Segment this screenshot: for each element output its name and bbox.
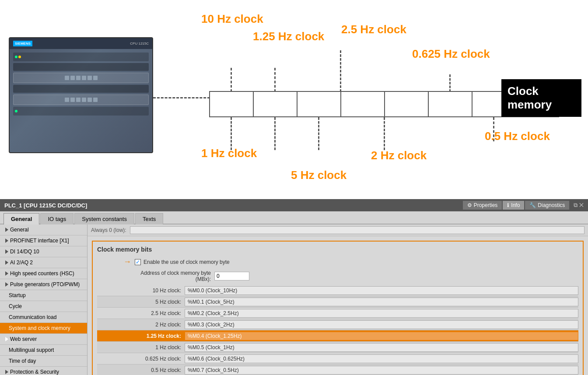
triangle-icon bbox=[5, 238, 8, 243]
sidebar-item-ai[interactable]: AI 2/AQ 2 bbox=[0, 257, 87, 268]
clock-data-rows: 10 Hz clock: %M0.0 (Clock_10Hz) 5 Hz clo… bbox=[97, 285, 578, 375]
memory-cell-1 bbox=[253, 91, 297, 117]
data-label-5hz: 5 Hz clock: bbox=[97, 299, 185, 305]
bottom-panel: PLC_1 [CPU 1215C DC/DC/DC] ⚙ Properties … bbox=[0, 199, 588, 375]
sidebar-item-time[interactable]: Time of day bbox=[0, 356, 87, 367]
always-value-bar bbox=[130, 226, 584, 234]
data-label-1hz: 1 Hz clock: bbox=[97, 344, 185, 350]
plc-port-4 bbox=[82, 76, 86, 80]
label-10hz: 10 Hz clock bbox=[201, 12, 263, 26]
memory-cell-2 bbox=[297, 91, 340, 117]
sidebar-item-general[interactable]: General bbox=[0, 224, 87, 235]
diagnostics-button[interactable]: 🔧 Diagnostics bbox=[525, 201, 569, 210]
plc-row-2 bbox=[13, 107, 149, 116]
sidebar-item-di[interactable]: DI 14/DQ 10 bbox=[0, 246, 87, 257]
plc-port-7 bbox=[65, 98, 69, 102]
sidebar-label-profinet: PROFINET interface [X1] bbox=[10, 238, 69, 244]
sidebar-item-cycle[interactable]: Cycle bbox=[0, 301, 87, 312]
sidebar-item-pulse[interactable]: Pulse generators (PTO/PWM) bbox=[0, 279, 87, 290]
plc-port-3 bbox=[76, 76, 80, 80]
plc-port-8 bbox=[70, 98, 75, 102]
clock-bits-title: Clock memory bits bbox=[97, 246, 578, 253]
label-1.25hz: 1.25 Hz clock bbox=[253, 30, 324, 43]
checkbox-area[interactable]: ✓ Enable the use of clock memory byte bbox=[135, 259, 230, 265]
sidebar-label-protection: Protection & Security bbox=[10, 369, 59, 375]
title-bar: PLC_1 [CPU 1215C DC/DC/DC] ⚙ Properties … bbox=[0, 199, 588, 211]
triangle-icon bbox=[5, 228, 8, 232]
diagnostics-icon: 🔧 bbox=[529, 202, 536, 208]
tab-texts[interactable]: Texts bbox=[135, 213, 163, 224]
sidebar-label-web-server: Web server bbox=[10, 336, 37, 342]
triangle-icon bbox=[5, 271, 8, 276]
memory-cell-5 bbox=[428, 91, 472, 117]
plc-led-2 bbox=[15, 110, 18, 112]
plc-port-5 bbox=[88, 76, 92, 80]
sidebar-label-comm-load: Communication load bbox=[9, 314, 56, 320]
sidebar-item-protection[interactable]: Protection & Security bbox=[0, 367, 87, 375]
data-label-2.5hz: 2.5 Hz clock: bbox=[97, 310, 185, 316]
plc-connector-1 bbox=[13, 63, 149, 71]
vdash-0.625hz bbox=[449, 74, 451, 92]
memory-cell-0 bbox=[209, 91, 253, 117]
gear-icon: ⚙ bbox=[467, 202, 472, 208]
label-0.5hz: 0.5 Hz clock bbox=[485, 130, 550, 143]
triangle-icon bbox=[5, 260, 8, 265]
tab-general[interactable]: General bbox=[4, 213, 39, 224]
sidebar-label-multilingual: Multilingual support bbox=[9, 347, 54, 353]
plc-connector-2 bbox=[13, 85, 149, 93]
content-area: General PROFINET interface [X1] DI 14/DQ… bbox=[0, 224, 588, 375]
data-value-1hz: %M0.5 (Clock_1Hz) bbox=[185, 343, 578, 352]
sidebar-label-time: Time of day bbox=[9, 358, 36, 364]
properties-button[interactable]: ⚙ Properties bbox=[463, 201, 502, 210]
enable-row: → ✓ Enable the use of clock memory byte bbox=[97, 257, 578, 266]
tab-bar: General IO tags System constants Texts bbox=[0, 211, 588, 224]
enable-checkbox[interactable]: ✓ bbox=[135, 259, 141, 265]
plc-port-11 bbox=[88, 98, 92, 102]
info-button[interactable]: ℹ Info bbox=[503, 201, 524, 210]
sidebar-label-cycle: Cycle bbox=[9, 303, 22, 309]
tab-io-tags[interactable]: IO tags bbox=[40, 213, 74, 224]
plc-port-10 bbox=[82, 98, 86, 102]
sidebar-label-pulse: Pulse generators (PTO/PWM) bbox=[10, 281, 80, 287]
tab-system-constants[interactable]: System constants bbox=[74, 213, 134, 224]
sidebar-item-web-server[interactable]: Web server bbox=[0, 334, 87, 345]
memory-cell-3 bbox=[340, 91, 384, 117]
checkbox-check: ✓ bbox=[136, 259, 140, 265]
vdash-10hz bbox=[231, 68, 232, 92]
sidebar-label-di: DI 14/DQ 10 bbox=[10, 249, 39, 255]
panel-buttons: ⚙ Properties ℹ Info 🔧 Diagnostics ⧉ ✕ bbox=[463, 201, 584, 210]
data-row-1hz: 1 Hz clock: %M0.5 (Clock_1Hz) bbox=[97, 342, 578, 353]
data-label-2hz: 2 Hz clock: bbox=[97, 322, 185, 328]
data-value-2.5hz: %M0.2 (Clock_2.5Hz) bbox=[185, 309, 578, 318]
label-1hz: 1 Hz clock bbox=[201, 147, 257, 160]
label-2hz: 2 Hz clock bbox=[371, 149, 427, 162]
sidebar: General PROFINET interface [X1] DI 14/DQ… bbox=[0, 224, 88, 375]
sidebar-item-hsc[interactable]: High speed counters (HSC) bbox=[0, 268, 87, 279]
label-2.5hz: 2.5 Hz clock bbox=[341, 23, 406, 36]
plc-model: CPU 1215C bbox=[130, 42, 149, 46]
sidebar-label-system-clock: System and clock memory bbox=[9, 325, 70, 331]
data-row-5hz: 5 Hz clock: %M0.1 (Clock_5Hz) bbox=[97, 296, 578, 308]
sidebar-item-multilingual[interactable]: Multilingual support bbox=[0, 345, 87, 356]
sidebar-item-comm-load[interactable]: Communication load bbox=[0, 312, 87, 323]
always-row: Always 0 (low): bbox=[88, 224, 588, 236]
address-label: Address of clock memory byte(MBx): bbox=[115, 270, 211, 282]
data-label-1.25hz: 1.25 Hz clock: bbox=[97, 333, 185, 339]
plc-row-1 bbox=[13, 53, 149, 61]
data-value-0.5hz: %M0.7 (Clock_0.5Hz) bbox=[185, 366, 578, 375]
vdash-5hz bbox=[274, 117, 276, 150]
clock-bits-container: Clock memory bits → ✓ Enable the use of … bbox=[92, 241, 584, 375]
diagram-area: SIEMENS CPU 1215C bbox=[0, 0, 588, 199]
sidebar-item-startup[interactable]: Startup bbox=[0, 290, 87, 301]
info-icon: ℹ bbox=[507, 202, 509, 208]
label-5hz: 5 Hz clock bbox=[291, 168, 346, 182]
address-input[interactable] bbox=[214, 272, 249, 280]
vdash-1.25hz-top bbox=[274, 68, 276, 92]
sidebar-item-system-clock[interactable]: System and clock memory bbox=[0, 323, 87, 334]
sidebar-label-ai: AI 2/AQ 2 bbox=[10, 259, 33, 266]
main-content: Always 0 (low): Clock memory bits → ✓ En… bbox=[88, 224, 588, 375]
sidebar-label-general: General bbox=[10, 227, 29, 233]
data-value-2hz: %M0.3 (Clock_2Hz) bbox=[185, 320, 578, 329]
data-row-2.5hz: 2.5 Hz clock: %M0.2 (Clock_2.5Hz) bbox=[97, 308, 578, 319]
sidebar-item-profinet[interactable]: PROFINET interface [X1] bbox=[0, 235, 87, 246]
